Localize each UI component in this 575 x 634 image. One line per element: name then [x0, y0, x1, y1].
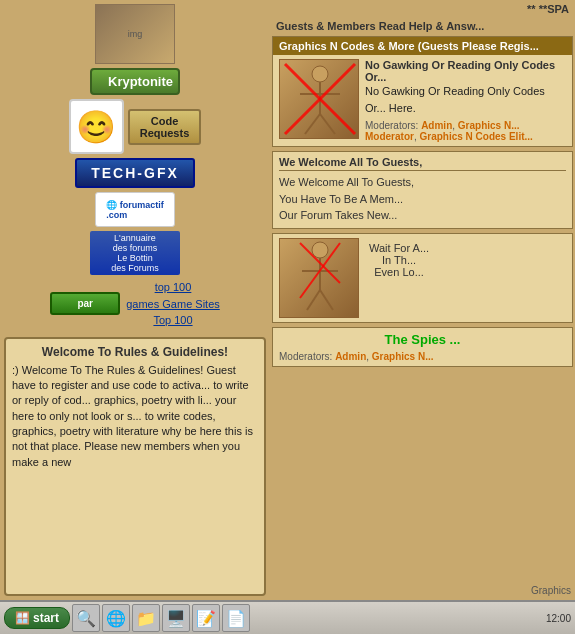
top-right-text: ** **SPA — [270, 0, 575, 18]
svg-point-7 — [312, 242, 328, 258]
no-gawk-header: No Gawking Or Reading Only Codes Or... — [365, 59, 566, 83]
second-figure-image — [279, 238, 359, 318]
svg-point-0 — [312, 66, 328, 82]
no-gawk-figure-svg — [280, 59, 358, 139]
second-figure-svg — [280, 238, 358, 318]
welcome-rules-box: Welcome To Rules & Guidelines! :) Welcom… — [4, 337, 266, 597]
par-top100-row: par top 100 games Game Sites Top 100 — [50, 279, 220, 329]
mod-graphics-link-2[interactable]: Graphics N... — [372, 351, 434, 362]
wait-text: Wait For A... In Th... Even Lo... — [365, 238, 433, 282]
svg-line-10 — [307, 290, 320, 310]
moderators-line-2: Moderators: Admin, Graphics N... — [279, 351, 566, 362]
svg-line-4 — [320, 114, 335, 134]
par-button[interactable]: par — [50, 292, 120, 315]
welcome-guests-text: We Welcome All To Guests, — [279, 174, 566, 191]
smiley-code-row: 😊 Code Requests — [69, 99, 202, 154]
taskbar-time: 12:00 — [546, 613, 571, 624]
windows-icon: 🪟 — [15, 611, 30, 625]
taskbar-icon-doc[interactable]: 📄 — [222, 604, 250, 632]
kryptonite-button[interactable]: Kryptonite — [90, 68, 180, 95]
start-button[interactable]: 🪟 start — [4, 607, 70, 629]
smiley-icon: 😊 — [69, 99, 124, 154]
welcome-guests-block: We Welcome All To Guests, We Welcome All… — [272, 151, 573, 229]
spies-block: The Spies ... Moderators: Admin, Graphic… — [272, 327, 573, 367]
second-image-content: Wait For A... In Th... Even Lo... — [279, 238, 566, 318]
guests-members-header: Guests & Members Read Help & Answ... — [270, 18, 575, 34]
taskbar-right: 12:00 — [546, 613, 571, 624]
taskbar: 🪟 start 🔍 🌐 📁 🖥️ 📝 📄 12:00 — [0, 600, 575, 634]
taskbar-icon-word[interactable]: 📝 — [192, 604, 220, 632]
spies-link[interactable]: The Spies ... — [385, 332, 461, 347]
moderators-line-1: Moderators: Admin, Graphics N... Moderat… — [365, 120, 566, 142]
mod-admin-link-2[interactable]: Admin — [335, 351, 366, 362]
mod-elite-link[interactable]: Graphics N Codes Elit... — [419, 131, 532, 142]
top-banner-image: img — [95, 4, 175, 64]
mod-moderator-link[interactable]: Moderator — [365, 131, 414, 142]
welcome-title: Welcome To Rules & Guidelines! — [12, 345, 258, 359]
wait-text-area: Wait For A... In Th... Even Lo... — [365, 238, 433, 282]
mod-admin-link[interactable]: Admin — [421, 120, 452, 131]
left-sidebar: img Kryptonite 😊 Code Requests TECH-GFX … — [0, 0, 270, 600]
no-gawk-text-area: No Gawking Or Reading Only Codes Or... N… — [365, 59, 566, 142]
mod-graphics-link[interactable]: Graphics N... — [458, 120, 520, 131]
welcome-text: :) Welcome To The Rules & Guidelines! Gu… — [12, 363, 258, 471]
sidebar-top: img Kryptonite 😊 Code Requests TECH-GFX … — [4, 4, 266, 329]
tech-gfx-button[interactable]: TECH-GFX — [75, 158, 195, 188]
graphics-section: Graphics N Codes & More (Guests Please R… — [272, 36, 573, 147]
taskbar-icon-browser[interactable]: 🌐 — [102, 604, 130, 632]
graphics-label: Graphics — [527, 583, 575, 598]
forumactif-logo[interactable]: 🌐 forumactif.com — [95, 192, 175, 227]
welcome-guests-header: We Welcome All To Guests, — [279, 156, 566, 171]
top100-links[interactable]: top 100 games Game Sites Top 100 — [126, 279, 220, 329]
graphics-section-header: Graphics N Codes & More (Guests Please R… — [273, 37, 572, 55]
svg-line-11 — [320, 290, 333, 310]
no-gawk-image — [279, 59, 359, 139]
graphics-section-content: No Gawking Or Reading Only Codes Or... N… — [279, 59, 566, 142]
no-gawk-text: No Gawking Or Reading Only Codes Or... H… — [365, 83, 566, 116]
annuaire-box[interactable]: L'annuaire des forums Le Bottin des Foru… — [90, 231, 180, 275]
second-image-section: Wait For A... In Th... Even Lo... — [272, 233, 573, 323]
member-text: You Have To Be A Mem... Our Forum Takes … — [279, 191, 566, 224]
svg-line-3 — [305, 114, 320, 134]
taskbar-icon-search[interactable]: 🔍 — [72, 604, 100, 632]
right-panel: ** **SPA Guests & Members Read Help & An… — [270, 0, 575, 600]
code-requests-button[interactable]: Code Requests — [128, 109, 202, 145]
taskbar-icon-folder[interactable]: 📁 — [132, 604, 160, 632]
taskbar-icon-monitor[interactable]: 🖥️ — [162, 604, 190, 632]
